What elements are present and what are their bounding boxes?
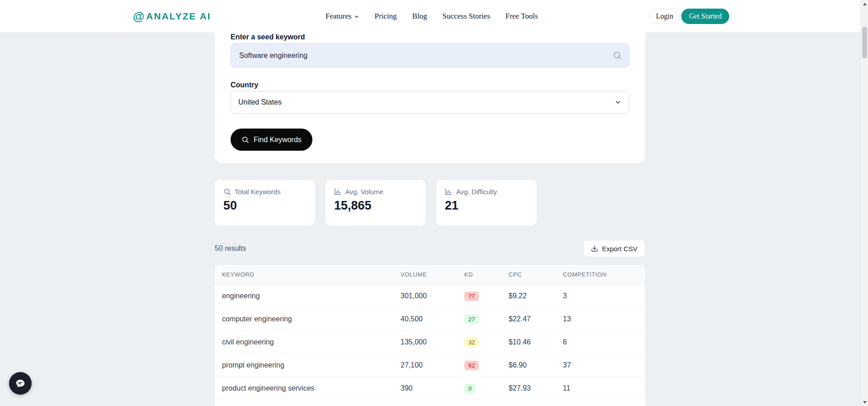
find-keywords-label: Find Keywords (254, 136, 302, 144)
cell-keyword: prompt engineering (222, 361, 401, 369)
nav-item-blog[interactable]: Blog (412, 12, 427, 21)
search-icon (223, 188, 231, 196)
cell-volume: 40,500 (401, 315, 464, 323)
cell-keyword: product engineering services (222, 384, 401, 392)
cell-keyword: computer engineering (222, 315, 401, 323)
table-row: computer engineering 40,500 27 $22.47 13 (215, 308, 645, 331)
nav-item-free-tools[interactable]: Free Tools (505, 12, 538, 21)
cell-competition: 3 (563, 292, 638, 300)
chat-bubble-icon (15, 378, 25, 388)
stat-value: 50 (223, 199, 307, 213)
cell-volume: 135,000 (401, 338, 464, 346)
search-icon (613, 51, 622, 60)
vertical-scrollbar (860, 0, 868, 406)
brand-logo[interactable]: @ ANALYZE AI (133, 0, 211, 32)
country-select[interactable]: United States (231, 91, 629, 114)
results-count: 50 results (215, 244, 246, 253)
cell-volume: 390 (401, 384, 464, 392)
kd-badge: 27 (464, 315, 479, 324)
stat-value: 15,865 (334, 199, 417, 213)
column-header-keyword: KEYWORD (222, 271, 401, 278)
cell-competition: 11 (563, 384, 638, 392)
seed-keyword-input[interactable] (231, 43, 629, 67)
bar-chart-icon (445, 188, 453, 196)
stat-label: Total Keywords (235, 188, 281, 196)
chat-launcher-button[interactable] (9, 372, 32, 395)
table-row: engineering 301,000 77 $9.22 3 (215, 285, 645, 308)
results-bar: 50 results Export CSV (215, 240, 645, 257)
stat-value: 21 (445, 199, 528, 213)
export-csv-button[interactable]: Export CSV (583, 240, 645, 257)
table-row: product engineering services 390 0 $27.9… (215, 377, 645, 400)
stat-label: Avg. Difficulty (456, 188, 497, 196)
nav-item-features[interactable]: Features (326, 12, 359, 21)
cell-volume: 301,000 (401, 292, 464, 300)
seed-keyword-input-wrap (231, 43, 629, 67)
stats-row: Total Keywords 50 Avg. Volume 15,865 Avg… (215, 180, 537, 226)
scrollbar-thumb[interactable] (862, 27, 867, 58)
cell-keyword: engineering (222, 292, 401, 300)
column-header-volume: VOLUME (401, 271, 464, 278)
top-navbar: @ ANALYZE AI Features Pricing Blog Succe… (0, 0, 860, 32)
cell-cpc: $9.22 (509, 292, 563, 300)
nav-item-success-stories[interactable]: Success Stories (443, 12, 490, 21)
nav-item-label: Blog (412, 12, 427, 21)
cell-competition: 37 (563, 361, 638, 369)
bar-chart-icon (334, 188, 342, 196)
country-selected-value: United States (238, 98, 282, 106)
at-icon: @ (133, 10, 144, 22)
export-csv-label: Export CSV (602, 245, 637, 253)
table-row: prompt engineering 27,100 62 $6.90 37 (215, 354, 645, 377)
cell-cpc: $6.90 (509, 361, 563, 369)
nav-item-label: Free Tools (505, 12, 538, 21)
column-header-competition: COMPETITION (563, 271, 638, 278)
search-icon (241, 136, 249, 143)
cell-cpc: $10.46 (509, 338, 563, 346)
column-header-cpc: CPC (509, 271, 563, 278)
scroll-down-arrow[interactable] (861, 398, 868, 406)
seed-keyword-label: Enter a seed keyword (231, 33, 629, 41)
download-icon (591, 245, 598, 252)
kd-badge: 0 (464, 384, 476, 393)
nav-item-label: Success Stories (443, 12, 490, 21)
nav-item-label: Pricing (375, 12, 397, 21)
country-label: Country (231, 81, 629, 89)
table-row: civil engineering 135,000 32 $10.46 6 (215, 331, 645, 354)
cell-cpc: $27.93 (509, 384, 563, 392)
kd-badge: 77 (464, 291, 479, 301)
get-started-button[interactable]: Get Started (681, 9, 729, 24)
nav-item-pricing[interactable]: Pricing (375, 12, 397, 21)
find-keywords-button[interactable]: Find Keywords (231, 129, 312, 151)
column-header-kd: KD (464, 271, 509, 278)
nav-item-label: Features (326, 12, 352, 21)
cell-volume: 27,100 (401, 361, 464, 369)
stat-card-avg-volume: Avg. Volume 15,865 (326, 180, 426, 226)
brand-logo-text: ANALYZE AI (146, 11, 211, 22)
scroll-up-arrow[interactable] (861, 0, 868, 8)
main-nav: Features Pricing Blog Success Stories Fr… (326, 0, 538, 32)
stat-label: Avg. Volume (345, 188, 383, 196)
login-button[interactable]: Login (650, 9, 679, 24)
table-header-row: KEYWORD VOLUME KD CPC COMPETITION (215, 265, 645, 285)
cell-competition: 6 (563, 338, 638, 346)
stat-card-avg-difficulty: Avg. Difficulty 21 (436, 180, 537, 226)
cell-keyword: civil engineering (222, 338, 401, 346)
chevron-down-icon (614, 99, 622, 106)
cell-cpc: $22.47 (509, 315, 563, 323)
chevron-down-icon (354, 14, 359, 19)
keywords-table: KEYWORD VOLUME KD CPC COMPETITION engine… (215, 265, 645, 406)
cell-competition: 13 (563, 315, 638, 323)
stat-card-total-keywords: Total Keywords 50 (215, 180, 315, 226)
keyword-search-card: Enter a seed keyword Country United Stat… (215, 18, 645, 163)
kd-badge: 32 (464, 338, 479, 347)
kd-badge: 62 (464, 361, 479, 370)
